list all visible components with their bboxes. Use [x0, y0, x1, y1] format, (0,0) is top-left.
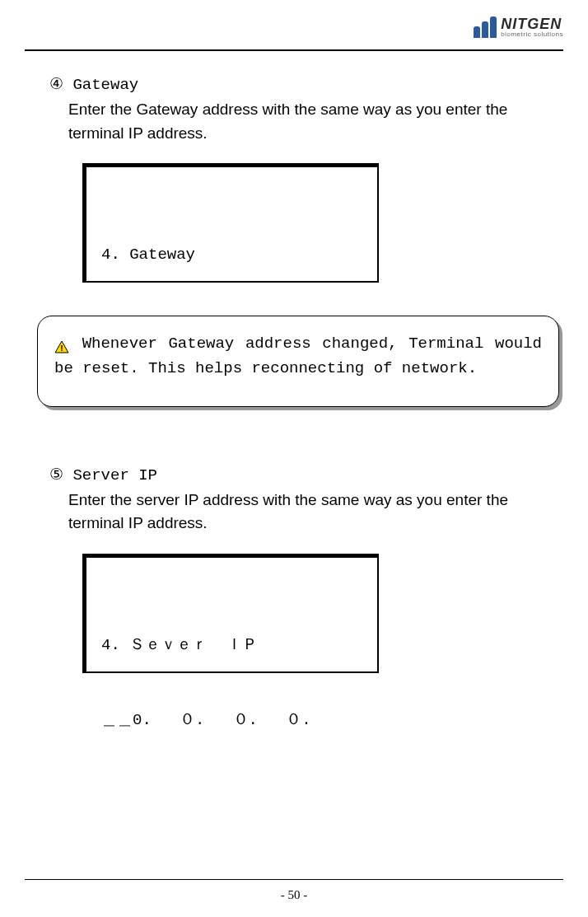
- footer-divider: [25, 879, 563, 881]
- page-content: ④ Gateway Enter the Gateway address with…: [49, 74, 555, 673]
- section-5-title: ⑤ Server IP: [49, 465, 555, 484]
- brand-subtitle: biometric solutions: [501, 31, 563, 38]
- brand-header: NITGEN biometric solutions: [474, 16, 563, 38]
- logo-text: NITGEN biometric solutions: [501, 16, 563, 38]
- header-divider: [25, 49, 563, 51]
- section-5-body: Enter the server IP address with the sam…: [68, 489, 555, 536]
- lcd-line-2: ＿＿0. ０. ０. ０.: [101, 708, 362, 732]
- section-4-body: Enter the Gateway address with the same …: [68, 98, 555, 145]
- lcd-line-1: 4. Ｓｅｖｅｒ ＩＰ: [101, 633, 362, 657]
- svg-text:!: !: [59, 344, 64, 353]
- gateway-lcd-box: 4. Gateway ＿＿0. 0. 0. 0.: [82, 163, 379, 283]
- logo-bars-icon: [474, 16, 497, 38]
- page-number: - 50 -: [0, 888, 588, 902]
- lcd-line-1: 4. Gateway: [101, 242, 362, 267]
- warning-note: ! Whenever Gateway address changed, Term…: [37, 316, 559, 407]
- server-ip-lcd-box: 4. Ｓｅｖｅｒ ＩＰ ＿＿0. ０. ０. ０.: [82, 554, 379, 673]
- section-4-title: ④ Gateway: [49, 74, 555, 94]
- warning-icon: !: [54, 337, 69, 350]
- warning-text: Whenever Gateway address changed, Termin…: [54, 335, 542, 377]
- brand-name: NITGEN: [501, 16, 563, 31]
